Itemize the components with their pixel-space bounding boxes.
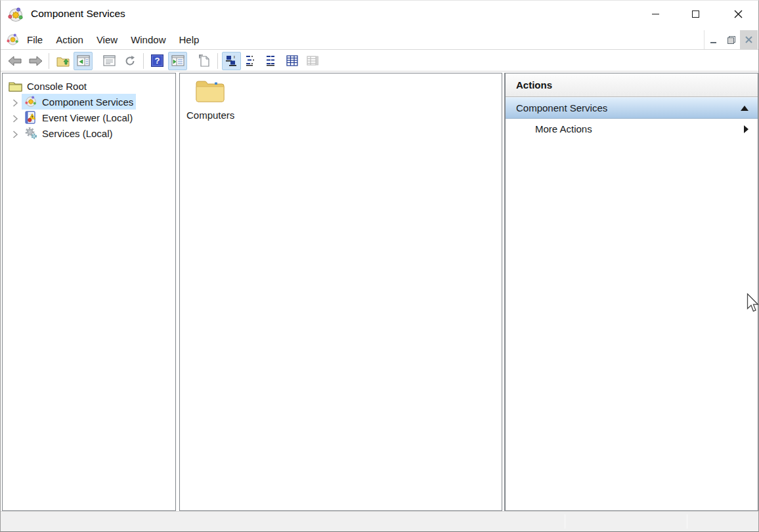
- actions-pane-header: Actions: [506, 73, 758, 97]
- show-hide-console-tree-button[interactable]: [74, 52, 93, 70]
- chevron-up-icon: [741, 106, 748, 111]
- mdi-restore-button[interactable]: [722, 30, 740, 49]
- tree-item-console-root[interactable]: Console Root: [3, 78, 175, 94]
- forward-button[interactable]: [26, 52, 45, 70]
- menu-items: File Action View Window Help: [20, 30, 206, 49]
- tree-item-services[interactable]: Services (Local): [3, 125, 175, 141]
- console-tree-window-icon: [77, 55, 90, 66]
- refresh-icon: [124, 55, 136, 67]
- status-bar-divider: [565, 514, 565, 529]
- show-hide-action-pane-button[interactable]: [168, 52, 187, 70]
- mdi-system-menu-icon[interactable]: [6, 33, 20, 47]
- folder-icon: [186, 79, 234, 106]
- title-bar: Component Services: [1, 1, 758, 30]
- arrow-right-icon: [28, 56, 43, 66]
- toolbar-separator: [49, 53, 49, 69]
- tree-item-label: Services (Local): [42, 128, 113, 139]
- help-question-icon: ?: [151, 54, 163, 67]
- folder-up-arrow-icon: [56, 55, 70, 67]
- details-view-button[interactable]: [283, 52, 302, 70]
- properties-button[interactable]: [100, 52, 119, 70]
- list-view-icon: [266, 55, 278, 66]
- arrow-right-small-icon: [744, 125, 748, 133]
- services-gear-icon: [24, 127, 37, 140]
- computers-folder-item[interactable]: Computers: [186, 79, 234, 121]
- console-tree-pane: Console Root: [2, 73, 176, 511]
- mdi-close-icon: [745, 36, 752, 43]
- actions-pane: Actions Component Services More Actions: [504, 73, 758, 511]
- component-services-icon: [24, 95, 37, 108]
- minimize-icon: [652, 14, 659, 14]
- tree-item-label: Event Viewer (Local): [42, 112, 133, 123]
- menu-help[interactable]: Help: [172, 30, 206, 49]
- results-pane: Computers: [179, 73, 502, 511]
- status-bar-divider: [687, 514, 687, 529]
- close-button[interactable]: [723, 1, 753, 27]
- filter-view-button[interactable]: [303, 52, 322, 70]
- more-actions-label: More Actions: [535, 123, 744, 134]
- mdi-restore-icon: [727, 36, 735, 44]
- component-services-icon: [7, 7, 24, 24]
- action-pane-window-icon: [171, 55, 184, 66]
- export-list-button[interactable]: [194, 52, 213, 70]
- large-icons-icon: [225, 55, 238, 66]
- arrow-left-icon: [8, 56, 22, 66]
- back-button[interactable]: [5, 52, 24, 70]
- mdi-minimize-button[interactable]: [705, 30, 722, 49]
- help-button[interactable]: ?: [148, 52, 167, 70]
- menu-file[interactable]: File: [20, 30, 49, 49]
- toolbar-separator: [143, 53, 144, 69]
- folder-open-icon: [9, 79, 22, 92]
- small-icons-icon: [246, 55, 258, 66]
- details-view-icon: [286, 55, 299, 66]
- actions-section-component-services[interactable]: Component Services: [506, 97, 758, 119]
- up-one-level-button[interactable]: [53, 52, 72, 70]
- maximize-button[interactable]: [680, 1, 710, 27]
- refresh-button[interactable]: [120, 52, 139, 70]
- large-icons-view-button[interactable]: [222, 52, 241, 70]
- tree-item-label: Console Root: [27, 81, 87, 92]
- mdi-window-controls: [704, 30, 758, 49]
- mdi-minimize-icon: [710, 42, 716, 43]
- properties-window-icon: [103, 55, 116, 66]
- actions-pane-title: Actions: [516, 79, 552, 91]
- chevron-right-icon[interactable]: [12, 113, 18, 121]
- menu-window[interactable]: Window: [124, 30, 172, 49]
- menu-action[interactable]: Action: [49, 30, 90, 49]
- window-title: Component Services: [31, 8, 125, 20]
- tree-item-component-services[interactable]: Component Services: [3, 94, 175, 110]
- export-list-page-icon: [198, 54, 210, 67]
- menu-bar: File Action View Window Help: [1, 30, 758, 50]
- mdi-close-button[interactable]: [740, 30, 758, 49]
- toolbar: ?: [1, 51, 758, 72]
- computers-folder-label: Computers: [186, 110, 234, 121]
- toolbar-separator: [217, 53, 218, 69]
- actions-section-title: Component Services: [516, 102, 741, 113]
- tree-item-label: Component Services: [42, 96, 133, 108]
- event-viewer-icon: [24, 111, 37, 124]
- status-bar: [1, 511, 758, 531]
- maximize-icon: [692, 10, 699, 18]
- small-icons-view-button[interactable]: [242, 52, 261, 70]
- chevron-right-icon[interactable]: [12, 98, 18, 106]
- minimize-button[interactable]: [640, 1, 670, 27]
- menu-view[interactable]: View: [90, 30, 124, 49]
- component-services-window: Component Services File Acti: [0, 0, 759, 532]
- more-actions-item[interactable]: More Actions: [506, 119, 758, 139]
- list-view-button[interactable]: [263, 52, 282, 70]
- close-icon: [734, 10, 743, 18]
- svg-text:?: ?: [155, 56, 160, 66]
- tree-item-event-viewer[interactable]: Event Viewer (Local): [3, 110, 175, 125]
- table-grid-disabled-icon: [307, 55, 319, 66]
- chevron-right-icon[interactable]: [12, 129, 18, 137]
